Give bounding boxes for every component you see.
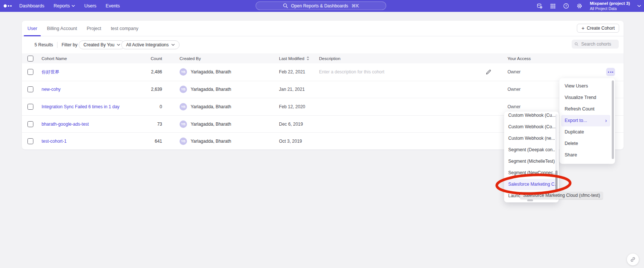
menu-item-delete[interactable]: Delete [559,138,615,149]
table-row: new-cohy 2,639 YB Yarlagadda, Bharath Ja… [22,81,624,98]
divider [57,42,58,48]
cohort-count: 2,639 [129,87,162,92]
create-cohort-label: Create Cohort [587,26,615,31]
nav-item-events[interactable]: Events [106,3,120,9]
tab-test-company[interactable]: test company [106,21,143,36]
cohort-name-link[interactable]: test-cohort-1 [42,139,66,144]
header-created-by: Created By [180,56,201,61]
submenu-item-custom-webhook-3[interactable]: Custom Webhook (ne... [504,133,559,144]
description-placeholder[interactable]: Enter a description for this cohort [319,69,384,75]
access-level: Owner [507,69,520,75]
global-search-bar[interactable]: Open Reports & Dashboards ⌘K [256,1,386,10]
submenu-item-custom-webhook-1[interactable]: Custom Webhook (Cu... [504,112,559,121]
row-actions-context-menu: View Users Visualize Trend Refresh Count… [559,78,615,164]
avatar: YB [180,120,187,128]
table-header: Cohort Name Count Created By Last Modifi… [22,53,624,63]
submenu-item-segment-newconnec[interactable]: Segment (NewConnec... [504,167,559,179]
cohort-count: 0 [129,104,162,109]
nav-item-users[interactable]: Users [84,3,96,9]
header-description: Description [319,56,341,61]
project-selector[interactable]: Mixpanel (project 3) All Project Data [590,1,630,11]
created-by-name: Yarlagadda, Bharath [191,139,231,144]
submenu-item-segment-deepak[interactable]: Segment (Deepak con... [504,144,559,156]
table-row: 你好世界 2,486 YB Yarlagadda, Bharath Feb 22… [22,63,624,81]
nav-item-dashboards[interactable]: Dashboards [19,3,44,9]
chevron-down-icon [637,5,641,7]
edit-description-pencil-icon[interactable] [486,69,492,75]
tab-project[interactable]: Project [82,21,106,36]
created-by-filter-dropdown[interactable]: Created By You [79,40,125,49]
export-to-submenu: Custom Webhook (Cu... Custom Webhook (Co… [504,112,559,202]
row-checkbox[interactable] [27,121,33,127]
project-name: Mixpanel (project 3) [590,1,630,6]
access-level: Owner [507,87,520,92]
help-icon[interactable]: ? [563,3,569,9]
cohort-tabs-row: User Billing Account Project test compan… [22,21,624,36]
navbar-right-cluster: ? Mixpanel (project 3) All Project Data [536,0,641,12]
apps-grid-icon[interactable] [550,3,556,9]
cohort-name-link[interactable]: 你好世界 [42,69,59,75]
settings-gear-icon[interactable] [576,3,582,9]
cohort-count: 2,486 [129,69,162,75]
sort-icon [306,56,309,60]
plus-icon: + [581,26,584,31]
created-by-name: Yarlagadda, Bharath [191,87,231,92]
chevron-down-icon [72,5,75,7]
export-options-list: Custom Webhook (Cu... Custom Webhook (Co… [504,112,559,202]
share-link-floating-button[interactable] [627,254,639,265]
avatar: YB [180,138,187,145]
row-checkbox[interactable] [27,138,33,144]
header-cohort-name: Cohort Name [42,56,67,61]
avatar: YB [180,103,187,110]
submenu-item-custom-webhook-2[interactable]: Custom Webhook (Co... [504,121,559,133]
tab-user[interactable]: User [23,21,42,36]
integrations-filter-dropdown[interactable]: All Active Integrations [121,40,180,49]
menu-item-view-users[interactable]: View Users [559,80,615,92]
menu-item-visualize-trend[interactable]: Visualize Trend [559,92,615,103]
context-menu-scrollbar[interactable] [612,80,614,159]
avatar: YB [180,68,187,76]
menu-item-share[interactable]: Share [559,149,615,161]
last-modified-date: Feb 22, 2021 [279,69,305,75]
cohort-name-link[interactable]: new-cohy [42,87,60,92]
cohort-name-link[interactable]: Integration Sync Failed 6 times in 1 day [42,104,119,109]
results-count: 5 Results [34,42,53,47]
row-checkbox[interactable] [27,86,33,92]
menu-item-export-to[interactable]: Export to... › [561,115,610,126]
submenu-item-salesforce-marketing-cloud[interactable]: Salesforce Marketing C... [504,179,555,190]
nav-item-label: Users [84,3,96,9]
header-last-modified-label: Last Modified [279,56,304,61]
global-search-placeholder: Open Reports & Dashboards [291,3,348,9]
search-shortcut-hint: ⌘K [352,3,359,9]
menu-item-refresh-count[interactable]: Refresh Count [559,103,615,115]
nav-item-label: Dashboards [19,3,44,9]
data-management-icon[interactable] [536,3,543,9]
row-actions-ellipsis-button[interactable] [606,68,615,76]
menu-item-label: Export to... [565,118,587,123]
cohort-name-link[interactable]: bharath-google-ads-test [42,122,89,127]
created-by-filter-label: Created By You [83,42,114,47]
cohort-type-tabs: User Billing Account Project test compan… [22,21,624,36]
nav-item-label: Reports [53,3,70,9]
select-all-checkbox[interactable] [27,56,33,62]
search-cohorts-field[interactable] [572,40,619,49]
create-cohort-button[interactable]: + Create Cohort [577,24,619,33]
mixpanel-logo-icon[interactable] [3,3,14,10]
nav-item-reports[interactable]: Reports [53,3,75,9]
row-checkbox[interactable] [27,69,33,75]
created-by-name: Yarlagadda, Bharath [191,104,231,109]
created-by-name: Yarlagadda, Bharath [191,122,231,127]
integration-tooltip: Salesforce Marketing Cloud (sfmc-test) [520,192,603,199]
app-canvas: Dashboards Reports Users Events Open Rep… [0,0,644,268]
last-modified-date: Jan 21, 2021 [279,87,305,92]
submenu-scrollbar-thumb[interactable] [555,171,558,192]
submenu-item-segment-michelletest[interactable]: Segment (MichelleTest) [504,156,559,167]
search-cohorts-input[interactable] [581,41,616,47]
last-modified-date: Oct 3, 2019 [279,139,302,144]
search-icon [283,3,288,8]
row-checkbox[interactable] [27,104,33,110]
header-last-modified[interactable]: Last Modified [279,56,309,61]
menu-item-duplicate[interactable]: Duplicate [559,126,615,138]
cohort-count: 73 [129,122,162,127]
tab-billing-account[interactable]: Billing Account [42,21,82,36]
